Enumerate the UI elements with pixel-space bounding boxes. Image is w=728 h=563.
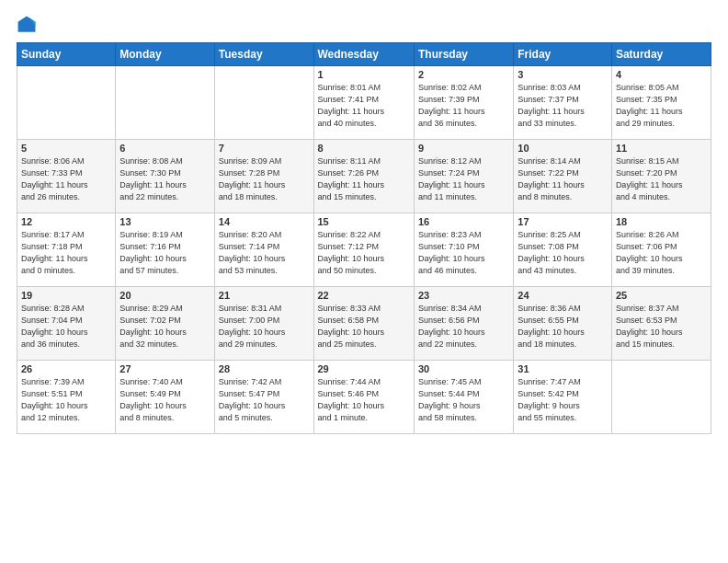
day-number: 14 xyxy=(219,216,310,227)
day-cell: 20Sunrise: 8:29 AM Sunset: 7:02 PM Dayli… xyxy=(116,287,214,361)
day-info: Sunrise: 8:33 AM Sunset: 6:58 PM Dayligh… xyxy=(318,303,410,350)
day-number: 26 xyxy=(21,363,111,374)
day-number: 31 xyxy=(518,363,608,374)
day-info: Sunrise: 8:09 AM Sunset: 7:28 PM Dayligh… xyxy=(219,155,310,203)
day-number: 13 xyxy=(119,216,210,227)
day-number: 30 xyxy=(418,363,509,374)
day-cell: 10Sunrise: 8:14 AM Sunset: 7:22 PM Dayli… xyxy=(514,140,612,213)
day-number: 11 xyxy=(616,143,707,154)
day-info: Sunrise: 7:39 AM Sunset: 5:51 PM Dayligh… xyxy=(21,376,111,424)
day-info: Sunrise: 7:45 AM Sunset: 5:44 PM Dayligh… xyxy=(418,376,509,424)
col-header-wednesday: Wednesday xyxy=(313,43,414,66)
day-info: Sunrise: 7:44 AM Sunset: 5:46 PM Dayligh… xyxy=(318,376,410,424)
day-number: 28 xyxy=(219,363,310,374)
week-row-4: 26Sunrise: 7:39 AM Sunset: 5:51 PM Dayli… xyxy=(17,361,711,434)
day-number: 19 xyxy=(21,290,111,301)
day-cell xyxy=(17,66,116,140)
day-cell: 29Sunrise: 7:44 AM Sunset: 5:46 PM Dayli… xyxy=(313,361,414,434)
day-number: 1 xyxy=(318,69,410,80)
day-info: Sunrise: 8:06 AM Sunset: 7:33 PM Dayligh… xyxy=(21,155,111,203)
day-info: Sunrise: 8:19 AM Sunset: 7:16 PM Dayligh… xyxy=(119,229,210,277)
day-info: Sunrise: 8:25 AM Sunset: 7:08 PM Dayligh… xyxy=(518,229,608,277)
day-cell: 7Sunrise: 8:09 AM Sunset: 7:28 PM Daylig… xyxy=(214,140,313,213)
day-cell: 25Sunrise: 8:37 AM Sunset: 6:53 PM Dayli… xyxy=(611,287,711,361)
day-info: Sunrise: 8:20 AM Sunset: 7:14 PM Dayligh… xyxy=(219,229,310,277)
calendar-header-row: SundayMondayTuesdayWednesdayThursdayFrid… xyxy=(17,43,711,66)
day-number: 5 xyxy=(21,143,111,154)
day-cell: 19Sunrise: 8:28 AM Sunset: 7:04 PM Dayli… xyxy=(17,287,116,361)
day-info: Sunrise: 8:15 AM Sunset: 7:20 PM Dayligh… xyxy=(616,155,707,203)
day-number: 27 xyxy=(119,363,210,374)
day-cell: 14Sunrise: 8:20 AM Sunset: 7:14 PM Dayli… xyxy=(214,213,313,287)
day-number: 24 xyxy=(518,290,608,301)
calendar-table: SundayMondayTuesdayWednesdayThursdayFrid… xyxy=(17,42,711,434)
week-row-0: 1Sunrise: 8:01 AM Sunset: 7:41 PM Daylig… xyxy=(17,66,711,140)
page: SundayMondayTuesdayWednesdayThursdayFrid… xyxy=(0,0,728,563)
day-cell: 22Sunrise: 8:33 AM Sunset: 6:58 PM Dayli… xyxy=(313,287,414,361)
day-cell: 18Sunrise: 8:26 AM Sunset: 7:06 PM Dayli… xyxy=(611,213,711,287)
svg-marker-0 xyxy=(18,17,36,32)
day-number: 17 xyxy=(518,216,608,227)
day-cell: 11Sunrise: 8:15 AM Sunset: 7:20 PM Dayli… xyxy=(611,140,711,213)
col-header-friday: Friday xyxy=(514,43,612,66)
day-info: Sunrise: 7:47 AM Sunset: 5:42 PM Dayligh… xyxy=(518,376,608,424)
day-number: 21 xyxy=(219,290,310,301)
day-info: Sunrise: 8:26 AM Sunset: 7:06 PM Dayligh… xyxy=(616,229,707,277)
day-info: Sunrise: 8:22 AM Sunset: 7:12 PM Dayligh… xyxy=(318,229,410,277)
day-cell: 31Sunrise: 7:47 AM Sunset: 5:42 PM Dayli… xyxy=(514,361,612,434)
day-info: Sunrise: 8:14 AM Sunset: 7:22 PM Dayligh… xyxy=(518,155,608,203)
day-cell: 24Sunrise: 8:36 AM Sunset: 6:55 PM Dayli… xyxy=(514,287,612,361)
day-info: Sunrise: 8:29 AM Sunset: 7:02 PM Dayligh… xyxy=(119,303,210,350)
logo xyxy=(17,15,40,35)
day-cell: 6Sunrise: 8:08 AM Sunset: 7:30 PM Daylig… xyxy=(116,140,214,213)
day-number: 23 xyxy=(418,290,509,301)
header xyxy=(17,15,711,35)
day-info: Sunrise: 8:23 AM Sunset: 7:10 PM Dayligh… xyxy=(418,229,509,277)
day-cell: 28Sunrise: 7:42 AM Sunset: 5:47 PM Dayli… xyxy=(214,361,313,434)
day-cell: 21Sunrise: 8:31 AM Sunset: 7:00 PM Dayli… xyxy=(214,287,313,361)
day-cell: 12Sunrise: 8:17 AM Sunset: 7:18 PM Dayli… xyxy=(17,213,116,287)
col-header-monday: Monday xyxy=(116,43,214,66)
day-cell: 5Sunrise: 8:06 AM Sunset: 7:33 PM Daylig… xyxy=(17,140,116,213)
day-number: 7 xyxy=(219,143,310,154)
day-info: Sunrise: 8:11 AM Sunset: 7:26 PM Dayligh… xyxy=(318,155,410,203)
day-cell: 4Sunrise: 8:05 AM Sunset: 7:35 PM Daylig… xyxy=(611,66,711,140)
col-header-sunday: Sunday xyxy=(17,43,116,66)
day-number: 20 xyxy=(119,290,210,301)
day-cell: 13Sunrise: 8:19 AM Sunset: 7:16 PM Dayli… xyxy=(116,213,214,287)
day-info: Sunrise: 8:08 AM Sunset: 7:30 PM Dayligh… xyxy=(119,155,210,203)
day-number: 9 xyxy=(418,143,509,154)
day-info: Sunrise: 8:36 AM Sunset: 6:55 PM Dayligh… xyxy=(518,303,608,350)
day-cell: 3Sunrise: 8:03 AM Sunset: 7:37 PM Daylig… xyxy=(514,66,612,140)
day-info: Sunrise: 8:01 AM Sunset: 7:41 PM Dayligh… xyxy=(318,82,410,130)
day-info: Sunrise: 8:31 AM Sunset: 7:00 PM Dayligh… xyxy=(219,303,310,350)
day-cell: 23Sunrise: 8:34 AM Sunset: 6:56 PM Dayli… xyxy=(414,287,513,361)
day-cell xyxy=(611,361,711,434)
day-cell: 8Sunrise: 8:11 AM Sunset: 7:26 PM Daylig… xyxy=(313,140,414,213)
day-info: Sunrise: 8:02 AM Sunset: 7:39 PM Dayligh… xyxy=(418,82,509,130)
day-number: 4 xyxy=(616,69,707,80)
day-number: 18 xyxy=(616,216,707,227)
col-header-saturday: Saturday xyxy=(611,43,711,66)
day-cell: 15Sunrise: 8:22 AM Sunset: 7:12 PM Dayli… xyxy=(313,213,414,287)
day-cell: 30Sunrise: 7:45 AM Sunset: 5:44 PM Dayli… xyxy=(414,361,513,434)
day-info: Sunrise: 7:42 AM Sunset: 5:47 PM Dayligh… xyxy=(219,376,310,424)
day-number: 22 xyxy=(318,290,410,301)
day-info: Sunrise: 8:05 AM Sunset: 7:35 PM Dayligh… xyxy=(616,82,707,130)
day-info: Sunrise: 8:03 AM Sunset: 7:37 PM Dayligh… xyxy=(518,82,608,130)
day-cell: 27Sunrise: 7:40 AM Sunset: 5:49 PM Dayli… xyxy=(116,361,214,434)
week-row-1: 5Sunrise: 8:06 AM Sunset: 7:33 PM Daylig… xyxy=(17,140,711,213)
day-number: 15 xyxy=(318,216,410,227)
day-cell: 26Sunrise: 7:39 AM Sunset: 5:51 PM Dayli… xyxy=(17,361,116,434)
day-cell: 16Sunrise: 8:23 AM Sunset: 7:10 PM Dayli… xyxy=(414,213,513,287)
logo-icon xyxy=(17,15,37,35)
day-number: 12 xyxy=(21,216,111,227)
day-cell: 1Sunrise: 8:01 AM Sunset: 7:41 PM Daylig… xyxy=(313,66,414,140)
col-header-tuesday: Tuesday xyxy=(214,43,313,66)
day-number: 3 xyxy=(518,69,608,80)
day-number: 10 xyxy=(518,143,608,154)
week-row-3: 19Sunrise: 8:28 AM Sunset: 7:04 PM Dayli… xyxy=(17,287,711,361)
day-info: Sunrise: 8:17 AM Sunset: 7:18 PM Dayligh… xyxy=(21,229,111,277)
day-number: 16 xyxy=(418,216,509,227)
day-info: Sunrise: 7:40 AM Sunset: 5:49 PM Dayligh… xyxy=(119,376,210,424)
